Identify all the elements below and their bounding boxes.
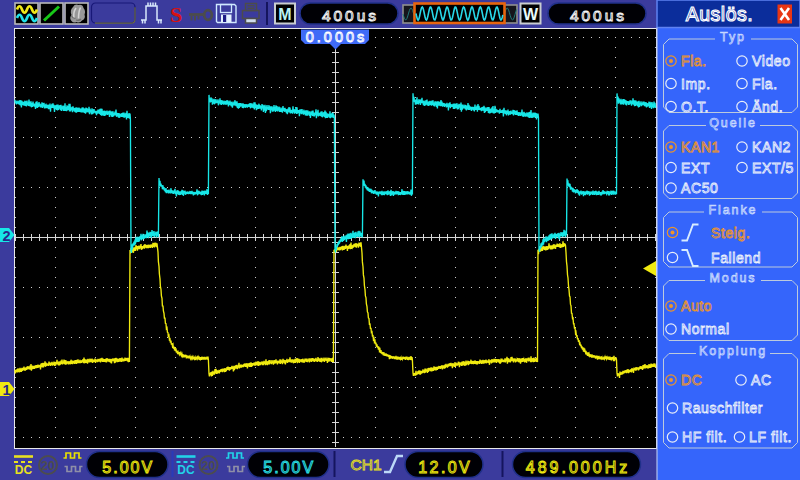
svg-text:EXT: EXT bbox=[681, 160, 710, 176]
svg-text:12.0V: 12.0V bbox=[418, 459, 472, 476]
svg-text:Video: Video bbox=[752, 53, 791, 69]
svg-text:20: 20 bbox=[41, 459, 55, 473]
svg-text:W: W bbox=[523, 6, 539, 23]
svg-text:Auto: Auto bbox=[681, 298, 712, 314]
svg-text:400us: 400us bbox=[570, 7, 627, 24]
svg-text:Auslös.: Auslös. bbox=[686, 3, 753, 25]
svg-text:LF filt.: LF filt. bbox=[749, 429, 792, 445]
svg-text:M: M bbox=[278, 6, 291, 23]
svg-text:Änd.: Änd. bbox=[752, 99, 783, 115]
svg-text:Rauschfilter: Rauschfilter bbox=[682, 400, 763, 416]
svg-text:O.T.: O.T. bbox=[681, 99, 709, 115]
svg-text:DC: DC bbox=[681, 372, 702, 388]
svg-text:Kopplung: Kopplung bbox=[699, 344, 767, 358]
svg-text:Fla.: Fla. bbox=[752, 76, 778, 92]
svg-text:DC: DC bbox=[177, 463, 195, 477]
svg-text:Typ: Typ bbox=[720, 30, 746, 44]
svg-text:Flanke: Flanke bbox=[709, 203, 758, 217]
svg-text:Steig.: Steig. bbox=[711, 225, 750, 241]
svg-text:CH1: CH1 bbox=[351, 456, 382, 473]
svg-text:Modus: Modus bbox=[709, 271, 756, 285]
svg-text:489.000Hz: 489.000Hz bbox=[526, 459, 630, 476]
svg-text:HF filt.: HF filt. bbox=[682, 429, 727, 445]
svg-text:Quelle: Quelle bbox=[709, 116, 757, 130]
svg-text:KAN1: KAN1 bbox=[681, 139, 720, 155]
svg-text:2: 2 bbox=[2, 228, 10, 244]
svg-text:Normal: Normal bbox=[681, 321, 730, 337]
svg-text:S: S bbox=[170, 2, 182, 27]
svg-text:EXT/5: EXT/5 bbox=[752, 160, 794, 176]
svg-text:5.00V: 5.00V bbox=[102, 459, 154, 476]
svg-text:AC: AC bbox=[751, 372, 772, 388]
svg-text:Fla.: Fla. bbox=[681, 53, 707, 69]
svg-text:1: 1 bbox=[2, 382, 10, 398]
svg-text:20: 20 bbox=[202, 459, 216, 473]
svg-text:5.00V: 5.00V bbox=[263, 459, 315, 476]
svg-text:Imp.: Imp. bbox=[681, 76, 711, 92]
svg-text:AC50: AC50 bbox=[681, 180, 718, 196]
svg-text:KAN2: KAN2 bbox=[752, 139, 791, 155]
svg-text:DC: DC bbox=[15, 463, 33, 477]
svg-text:400us: 400us bbox=[322, 7, 379, 24]
svg-text:0.000s: 0.000s bbox=[306, 29, 368, 45]
svg-text:Fallend: Fallend bbox=[711, 250, 761, 266]
